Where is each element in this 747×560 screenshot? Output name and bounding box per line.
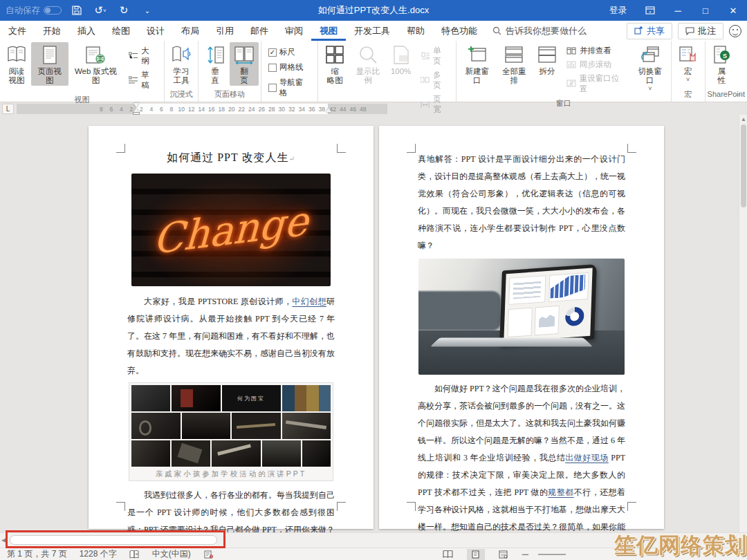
tab-view[interactable]: 视图 bbox=[311, 21, 346, 41]
collage-tile bbox=[131, 413, 181, 439]
ribbon-group-page-movement: 垂 直 翻 页 页面移动 bbox=[199, 41, 261, 102]
synchronous-scrolling-button[interactable]: 同步滚动 bbox=[564, 59, 629, 71]
ribbon-group-views: 阅读 视图 页面视图 Web 版式视图 大纲 草稿 视图 bbox=[0, 41, 165, 102]
dashboard-map-card bbox=[534, 306, 559, 336]
thumbnail-button[interactable]: 缩 略图 bbox=[320, 42, 349, 86]
macro-record-icon[interactable] bbox=[203, 550, 214, 559]
share-button[interactable]: 共享 bbox=[627, 23, 672, 39]
print-layout-view-button[interactable] bbox=[467, 549, 485, 560]
draft-view-button[interactable]: 草稿 bbox=[126, 69, 159, 91]
tab-design[interactable]: 设计 bbox=[138, 21, 173, 41]
maximize-button[interactable]: □ bbox=[692, 0, 719, 21]
watermark-text: 笙亿网络策划 bbox=[614, 531, 747, 560]
ribbon-group-show: ✓ 标尺 网格线 导航窗格 显示 bbox=[261, 41, 318, 102]
neon-change-image[interactable]: Change bbox=[131, 174, 331, 286]
switch-windows-button[interactable]: 切换窗口 bbox=[631, 42, 669, 93]
tab-draw[interactable]: 绘图 bbox=[104, 21, 138, 41]
ruler-checkbox[interactable]: ✓ 标尺 bbox=[266, 46, 313, 58]
new-window-button[interactable]: 新建窗口 bbox=[459, 42, 496, 86]
zoom-100-icon bbox=[391, 44, 412, 65]
feedback-smiley-icon[interactable] bbox=[729, 25, 741, 37]
one-page-button[interactable]: 单页 bbox=[418, 45, 451, 67]
zoom-slider[interactable] bbox=[538, 554, 566, 555]
gridlines-checkbox[interactable]: 网格线 bbox=[266, 62, 313, 73]
read-mode-view-button[interactable] bbox=[439, 549, 457, 560]
view-side-by-side-button[interactable]: 并排查看 bbox=[564, 45, 629, 57]
tab-insert[interactable]: 插入 bbox=[69, 21, 104, 41]
share-label: 共享 bbox=[647, 25, 665, 37]
vertical-scrollbar-thumb[interactable] bbox=[741, 124, 746, 207]
right-indent-marker[interactable] bbox=[326, 108, 331, 112]
vertical-button[interactable]: 垂 直 bbox=[201, 42, 230, 86]
document-page-2[interactable]: 真地解答：PPT 设计是平面设计细分出来的一个设计门类，设计目的是提高整体观感（… bbox=[379, 126, 664, 529]
close-button[interactable]: ✕ bbox=[719, 0, 747, 21]
page-number-status[interactable]: 第 1 页，共 7 页 bbox=[7, 548, 67, 560]
collage-tile bbox=[131, 385, 170, 411]
group-label-page-movement: 页面移动 bbox=[201, 88, 259, 102]
laptop-photo[interactable] bbox=[418, 259, 625, 375]
tab-layout[interactable]: 布局 bbox=[173, 21, 208, 41]
paragraph: 真地解答：PPT 设计是平面设计细分出来的一个设计门类，设计目的是提高整体观感（… bbox=[418, 151, 625, 254]
reset-window-position-button[interactable]: 重设窗口位置 bbox=[564, 73, 629, 95]
web-layout-view-button[interactable] bbox=[495, 549, 513, 560]
ruler-text-area: 2468101214161820222426283032343638 bbox=[136, 104, 328, 114]
customize-qat-button[interactable]: ⌄ bbox=[139, 3, 156, 18]
autosave-toggle[interactable]: 自动保存 bbox=[6, 5, 62, 17]
macros-button[interactable]: 宏 bbox=[674, 42, 703, 84]
language-status[interactable]: 中文(中国) bbox=[152, 548, 191, 560]
side-to-side-button[interactable]: 翻 页 bbox=[230, 42, 259, 86]
tell-me-search[interactable]: 告诉我你想要做什么 bbox=[486, 25, 593, 37]
learning-tools-button[interactable]: 学习 工具 bbox=[167, 42, 196, 86]
collapse-ribbon-icon[interactable]: ︿ bbox=[736, 89, 743, 99]
collage-tile bbox=[282, 413, 331, 439]
thumbnail-grid-icon bbox=[324, 44, 345, 65]
tab-special-features[interactable]: 特色功能 bbox=[433, 21, 486, 41]
tab-selector[interactable]: L bbox=[2, 104, 14, 114]
save-button[interactable] bbox=[68, 3, 85, 18]
web-layout-button[interactable]: Web 版式视图 bbox=[68, 42, 124, 86]
zoom-100-button[interactable]: 100% bbox=[387, 42, 416, 77]
ppt-collage-image[interactable]: 何为国宝 亲戚家小孩参加学校活动的演讲PPT bbox=[129, 382, 333, 481]
redo-button[interactable]: ↻ bbox=[116, 3, 132, 18]
doc-hyperlink[interactable]: 规整都 bbox=[548, 487, 573, 497]
first-line-indent-marker[interactable] bbox=[133, 103, 139, 107]
arrange-all-button[interactable]: 全部重排 bbox=[495, 42, 533, 86]
outline-label: 大纲 bbox=[141, 46, 157, 66]
tab-file[interactable]: 文件 bbox=[0, 21, 35, 41]
collage-tile bbox=[212, 440, 261, 467]
comments-button[interactable]: 批注 bbox=[678, 23, 723, 39]
scroll-up-arrow-icon[interactable]: ▲ bbox=[741, 116, 746, 122]
properties-button[interactable]: S 属 性 bbox=[708, 42, 737, 86]
document-page-1[interactable]: 如何通过 PPT 改变人生↵ Change 大家好，我是 PPTSTORE 原创… bbox=[89, 126, 374, 529]
one-page-label: 单页 bbox=[433, 46, 449, 66]
tab-review[interactable]: 审阅 bbox=[277, 21, 311, 41]
navigation-pane-checkbox[interactable]: 导航窗格 bbox=[266, 77, 313, 99]
tab-mailings[interactable]: 邮件 bbox=[242, 21, 277, 41]
collage-tile bbox=[172, 440, 210, 467]
zoom-button[interactable]: 显示比例 bbox=[349, 42, 386, 86]
vertical-scrollbar[interactable]: ▲ bbox=[739, 115, 747, 532]
zoom-out-button[interactable]: ─ bbox=[522, 549, 528, 559]
multi-page-button[interactable]: 多页 bbox=[418, 69, 451, 91]
sync-scroll-icon bbox=[566, 59, 577, 70]
read-mode-button[interactable]: 阅读 视图 bbox=[2, 42, 31, 86]
tab-help[interactable]: 帮助 bbox=[398, 21, 433, 41]
sign-in-button[interactable]: 登录 bbox=[600, 5, 636, 17]
outline-view-button[interactable]: 大纲 bbox=[126, 45, 159, 67]
page-width-button[interactable]: 页宽 bbox=[418, 93, 451, 115]
doc-hyperlink[interactable]: 出做好现场 bbox=[565, 453, 609, 463]
undo-button[interactable]: ↺˅ bbox=[92, 3, 109, 18]
document-canvas[interactable]: 如何通过 PPT 改变人生↵ Change 大家好，我是 PPTSTORE 原创… bbox=[0, 115, 747, 532]
minimize-button[interactable]: ─ bbox=[664, 0, 692, 21]
word-count-status[interactable]: 1228 个字 bbox=[80, 548, 117, 560]
proofing-status-icon[interactable] bbox=[129, 550, 140, 559]
ribbon-display-options-button[interactable] bbox=[636, 0, 664, 21]
split-button[interactable]: 拆分 bbox=[533, 42, 562, 77]
print-layout-button[interactable]: 页面视图 bbox=[31, 42, 68, 86]
tab-references[interactable]: 引用 bbox=[208, 21, 242, 41]
right-indent-marker-wrap[interactable] bbox=[324, 103, 333, 115]
tab-developer[interactable]: 开发工具 bbox=[346, 21, 398, 41]
tab-home[interactable]: 开始 bbox=[35, 21, 69, 41]
indent-markers[interactable] bbox=[131, 103, 141, 115]
doc-hyperlink[interactable]: 中幻创想 bbox=[292, 297, 326, 306]
